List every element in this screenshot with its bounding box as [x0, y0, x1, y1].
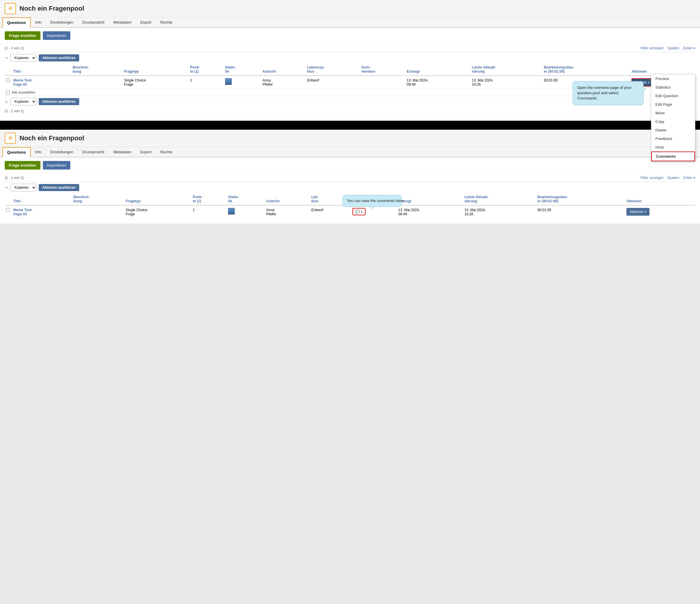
tooltip-text-1: Open the overview page of your question … [577, 85, 631, 100]
panel-1: ✳ Noch ein Fragenpool Questions Info Ein… [0, 0, 700, 120]
comment-icon: 💬 [355, 209, 360, 214]
action-execute-button-top[interactable]: Aktionen ausführen [39, 54, 79, 61]
tab-einstellungen-2[interactable]: Einstellungen [46, 147, 78, 157]
table-count: (1 - 1 von 1) [5, 46, 24, 50]
header-checkbox-col [5, 63, 12, 76]
statistics-icon[interactable] [225, 78, 232, 85]
tab-info-2[interactable]: Info [31, 147, 46, 157]
bottom-count: (1 - 1 von 1) [5, 107, 695, 115]
header-erzeugt: Erzeugt [405, 63, 471, 76]
header-autor: Autor/in [261, 63, 306, 76]
tab-rechte-2[interactable]: Rechte [156, 147, 177, 157]
action-execute-button-top-2[interactable]: Aktionen ausführen [39, 184, 79, 191]
row-kommentare-cell-2: You can view the comments here. 💬 1 [351, 205, 397, 219]
row-title-link-2[interactable]: Meine Test-frage 03 [13, 208, 32, 216]
filter-link-2[interactable]: Filter anzeigen [641, 176, 664, 180]
toolbar: Frage erstellen Importieren [0, 28, 700, 44]
table-wrapper: Titel ↑ Beschrei-bung Fragetyp Punk-te (… [5, 63, 695, 89]
select-all-checkbox[interactable] [6, 91, 10, 95]
dropdown-item-delete[interactable]: Delete [651, 126, 695, 134]
dropdown-item-move[interactable]: Move [651, 109, 695, 117]
tab-einstellungen[interactable]: Einstellungen [46, 18, 78, 28]
action-select-bottom[interactable]: Kopieren [10, 98, 36, 105]
dropdown-item-edit-question[interactable]: Edit Question [651, 91, 695, 100]
row-letzte-aktualisierung-cell-2: 13. Mai 2024,10:26 [463, 205, 536, 219]
tooltip-text-2: You can view the comments here. [347, 199, 404, 203]
svg-rect-1 [228, 81, 229, 84]
header-beschreibung-2: Beschrei-bung [72, 193, 124, 205]
top-action-row: ↪ Kopieren Aktionen ausführen [5, 52, 695, 63]
header-kommentare: Kom-mentare [360, 63, 405, 76]
sort-arrow-icon-2: ↑ [22, 200, 23, 203]
row-lebenszyklus-cell: Entwurf [306, 76, 360, 89]
row-autor-cell-2: AnnaPfeifer [265, 205, 310, 219]
header-aktionen: Aktionen [630, 63, 695, 76]
app-header-2: ✳ Noch ein Fragenpool [0, 130, 700, 147]
comment-count: 1 [361, 210, 363, 214]
app-title-2: Noch ein Fragenpool [20, 134, 84, 142]
tooltip-bubble-1: Open the overview page of your question … [573, 81, 644, 105]
tab-info[interactable]: Info [31, 18, 46, 28]
table-info-row-2: (1 - 1 von 1) Filter anzeigen Spalten Ze… [5, 174, 695, 182]
tab-druckansicht[interactable]: Druckansicht [78, 18, 109, 28]
row-letzte-aktualisierung-cell: 13. Mai 2024,10:26 [471, 76, 543, 89]
header-statistik-2: Statis-tik [227, 193, 265, 205]
actions-button-2[interactable]: Aktionen ▾ [626, 208, 649, 216]
dropdown-item-hints[interactable]: Hints [651, 143, 695, 152]
dropdown-item-statistics[interactable]: Statistics [651, 83, 695, 91]
questions-table-2: Titel ↑ Beschrei-bung Fragetyp Punk-te (… [5, 193, 695, 219]
action-select-top-2[interactable]: Kopieren [10, 184, 36, 191]
dropdown-item-preview[interactable]: Preview [651, 74, 695, 83]
svg-rect-5 [231, 211, 232, 214]
dropdown-item-copy[interactable]: Copy [651, 117, 695, 126]
header-aktionen-2: Aktionen [625, 193, 695, 205]
action-select-top[interactable]: Kopieren [10, 54, 36, 62]
columns-link-2[interactable]: Spalten [667, 176, 679, 180]
app-title: Noch ein Fragenpool [20, 5, 84, 12]
columns-link[interactable]: Spalten [667, 46, 679, 50]
header-lebenszyklus: Lebenszy-klus [306, 63, 360, 76]
import-button-2[interactable]: Importieren [43, 161, 71, 169]
comment-badge[interactable]: 💬 1 [352, 208, 366, 215]
move-icon: ↪ [5, 55, 8, 60]
svg-rect-6 [232, 210, 234, 214]
statistics-icon-2[interactable] [228, 208, 234, 214]
dropdown-item-edit-page[interactable]: Edit Page [651, 100, 695, 109]
tab-export-2[interactable]: Export [136, 147, 156, 157]
actions-dropdown-menu: Preview Statistics Edit Question Edit Pa… [651, 74, 695, 162]
rows-link-2[interactable]: Zeilen ▾ [683, 176, 695, 180]
row-checkbox-cell [5, 76, 12, 89]
header-titel-2: Titel ↑ [12, 193, 72, 205]
tab-metadaten[interactable]: Metadaten [109, 18, 135, 28]
rows-link[interactable]: Zeilen ▾ [683, 46, 695, 50]
table-count-2: (1 - 1 von 1) [5, 176, 24, 180]
header-erzeugt-2: Erzeugt [397, 193, 463, 205]
header-letzte-aktualisierung-2: Letzte Aktuali-sierung [463, 193, 536, 205]
row-fragetyp-cell: Single ChoiceFrage [123, 76, 189, 89]
filter-link[interactable]: Filter anzeigen [641, 46, 664, 50]
tab-metadaten-2[interactable]: Metadaten [109, 147, 135, 157]
row-checkbox[interactable] [6, 78, 10, 82]
tab-questions-2[interactable]: Questions [2, 147, 31, 157]
app-icon-2: ✳ [5, 133, 16, 144]
row-beschreibung-cell-2 [72, 205, 124, 219]
create-question-button-2[interactable]: Frage erstellen [5, 161, 41, 169]
create-question-button[interactable]: Frage erstellen [5, 31, 41, 40]
row-title-link[interactable]: Meine Test-frage 03 [13, 78, 32, 86]
tab-druckansicht-2[interactable]: Druckansicht [78, 147, 109, 157]
tab-export[interactable]: Export [136, 18, 156, 28]
sort-arrow-icon: ↑ [22, 70, 23, 73]
dropdown-item-comments[interactable]: Comments [651, 152, 695, 161]
action-execute-button-bottom[interactable]: Aktionen ausführen [39, 98, 79, 105]
row-title-cell-2: Meine Test-frage 03 [12, 205, 72, 219]
app-icon: ✳ [5, 3, 16, 14]
nav-tabs: Questions Info Einstellungen Druckansich… [0, 18, 700, 28]
tab-questions[interactable]: Questions [2, 18, 31, 28]
dropdown-item-feedback[interactable]: Feedback [651, 134, 695, 143]
row-lebenszyklus-cell-2: Entwurf [310, 205, 351, 219]
table-wrapper-2: Titel ↑ Beschrei-bung Fragetyp Punk-te (… [5, 193, 695, 219]
actions-button-label-2: Aktionen [630, 210, 644, 214]
import-button[interactable]: Importieren [43, 31, 71, 40]
tab-rechte[interactable]: Rechte [156, 18, 177, 28]
row-checkbox-2[interactable] [6, 208, 10, 212]
